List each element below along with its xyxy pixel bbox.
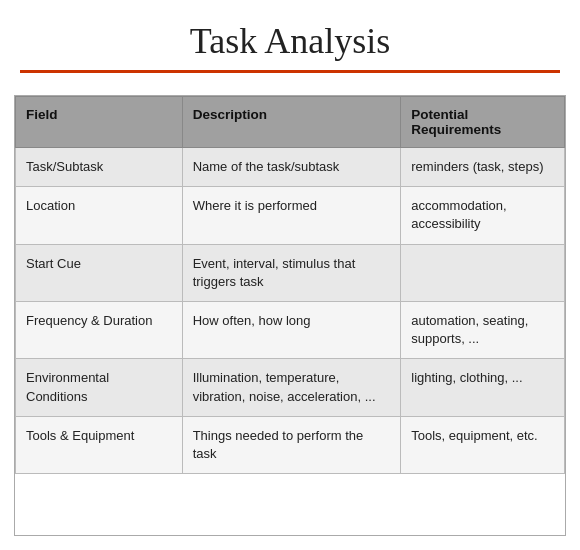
title-section: Task Analysis bbox=[0, 0, 580, 83]
table-row: Environmental ConditionsIllumination, te… bbox=[16, 359, 565, 416]
cell-requirements: accommodation, accessibility bbox=[401, 187, 565, 244]
cell-field: Start Cue bbox=[16, 244, 183, 301]
cell-description: How often, how long bbox=[182, 301, 401, 358]
cell-field: Environmental Conditions bbox=[16, 359, 183, 416]
cell-requirements: Tools, equipment, etc. bbox=[401, 416, 565, 473]
table-row: LocationWhere it is performedaccommodati… bbox=[16, 187, 565, 244]
table-row: Frequency & DurationHow often, how longa… bbox=[16, 301, 565, 358]
table-row: Tools & EquipmentThings needed to perfor… bbox=[16, 416, 565, 473]
header-requirements: Potential Requirements bbox=[401, 97, 565, 148]
cell-description: Event, interval, stimulus that triggers … bbox=[182, 244, 401, 301]
cell-description: Name of the task/subtask bbox=[182, 148, 401, 187]
cell-requirements: automation, seating, supports, ... bbox=[401, 301, 565, 358]
title-underline bbox=[20, 70, 560, 73]
cell-description: Things needed to perform the task bbox=[182, 416, 401, 473]
cell-requirements bbox=[401, 244, 565, 301]
cell-field: Tools & Equipment bbox=[16, 416, 183, 473]
table-row: Task/SubtaskName of the task/subtaskremi… bbox=[16, 148, 565, 187]
table-header-row: Field Description Potential Requirements bbox=[16, 97, 565, 148]
header-field: Field bbox=[16, 97, 183, 148]
header-description: Description bbox=[182, 97, 401, 148]
page-container: Task Analysis Field Description Potentia… bbox=[0, 0, 580, 550]
cell-field: Task/Subtask bbox=[16, 148, 183, 187]
page-title: Task Analysis bbox=[20, 20, 560, 62]
table-row: Start CueEvent, interval, stimulus that … bbox=[16, 244, 565, 301]
cell-requirements: reminders (task, steps) bbox=[401, 148, 565, 187]
table-container: Field Description Potential Requirements… bbox=[14, 95, 566, 536]
cell-description: Where it is performed bbox=[182, 187, 401, 244]
table-body: Task/SubtaskName of the task/subtaskremi… bbox=[16, 148, 565, 474]
cell-field: Location bbox=[16, 187, 183, 244]
cell-requirements: lighting, clothing, ... bbox=[401, 359, 565, 416]
cell-field: Frequency & Duration bbox=[16, 301, 183, 358]
analysis-table: Field Description Potential Requirements… bbox=[15, 96, 565, 474]
cell-description: Illumination, temperature, vibration, no… bbox=[182, 359, 401, 416]
